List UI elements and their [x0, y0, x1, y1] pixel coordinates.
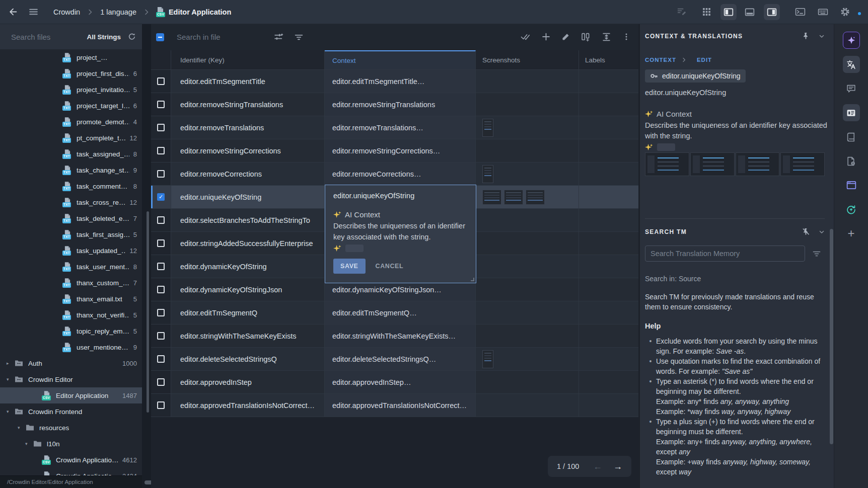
preview-window-tool-icon[interactable]	[843, 177, 860, 194]
file-tree-item[interactable]: TXT thanx_not_verifi… 5	[0, 307, 142, 323]
panel-right-toggle[interactable]	[764, 4, 780, 20]
screenshots-cell[interactable]	[476, 278, 579, 301]
screenshots-cell[interactable]	[476, 394, 579, 417]
edit-icon[interactable]	[561, 32, 570, 42]
table-vertical-scrollbar[interactable]	[147, 211, 149, 413]
file-tree-item[interactable]: ▾ Crowdin Editor	[0, 371, 142, 387]
row-checkbox[interactable]: ✓	[157, 286, 165, 293]
screenshot-thumbnail[interactable]	[690, 152, 735, 176]
filter-icon[interactable]	[294, 32, 304, 42]
table-row[interactable]: ✓ editor.removeStringCorrections editor.…	[151, 139, 638, 162]
identifier-cell[interactable]: editor.stringWithTheSameKeyExists	[171, 324, 325, 347]
screenshots-cell[interactable]	[476, 232, 579, 255]
identifier-cell[interactable]: editor.approvedTranslationIsNotCorrect…	[171, 394, 325, 417]
file-tree-item[interactable]: TXT thanx_email.txt 5	[0, 291, 142, 307]
context-cell[interactable]: editor.removeStringCorrections…	[325, 139, 476, 162]
table-row[interactable]: ✓ editor.editTmSegmentTitle editor.editT…	[151, 70, 638, 93]
approve-all-icon[interactable]	[521, 32, 531, 42]
table-row[interactable]: ✓ editor.removeTranslations editor.remov…	[151, 116, 638, 139]
next-page-icon[interactable]: →	[613, 461, 622, 472]
add-column-icon[interactable]	[581, 32, 591, 42]
row-checkbox[interactable]: ✓	[157, 263, 165, 270]
screenshots-cell[interactable]	[476, 209, 579, 231]
keyboard-shortcuts-icon[interactable]	[818, 7, 828, 17]
file-info-tool-icon[interactable]	[843, 152, 860, 170]
chevron-down-icon[interactable]	[819, 229, 825, 235]
search-in-file-input[interactable]: Search in file	[177, 33, 221, 41]
file-tree-item[interactable]: TXT task_assigned_… 8	[0, 146, 142, 162]
row-checkbox[interactable]: ✓	[157, 355, 165, 363]
row-checkbox[interactable]: ✓	[157, 147, 165, 154]
save-button[interactable]: SAVE	[333, 259, 366, 274]
screenshots-cell[interactable]	[476, 93, 579, 116]
file-tree-item[interactable]: TXT task_deleted_e… 7	[0, 210, 142, 226]
row-checkbox[interactable]: ✓	[157, 216, 165, 224]
strings-filter-dropdown[interactable]: All Strings	[87, 33, 121, 41]
table-row[interactable]: ✓ editor.approvedTranslationIsNotCorrect…	[151, 394, 638, 417]
screenshots-cell[interactable]	[476, 116, 579, 139]
breadcrumb-project[interactable]: Crowdin	[53, 8, 80, 16]
context-cell[interactable]: editor.deleteSelectedStringsQ…	[325, 348, 476, 370]
row-checkbox[interactable]: ✓	[157, 193, 165, 201]
back-icon[interactable]	[8, 7, 18, 17]
pin-icon[interactable]	[802, 32, 810, 40]
popup-ai-description[interactable]: Describes the uniqueness of an identifie…	[333, 220, 473, 242]
row-checkbox[interactable]: ✓	[157, 124, 165, 131]
column-header-screenshots[interactable]: Screenshots	[476, 50, 579, 69]
row-checkbox[interactable]: ✓	[157, 77, 165, 85]
tab-edit[interactable]: EDIT	[697, 57, 712, 63]
labels-cell[interactable]	[579, 232, 638, 255]
table-row[interactable]: ✓ editor.stringWithTheSameKeyExists edit…	[151, 324, 638, 348]
cancel-button[interactable]: CANCEL	[376, 263, 404, 270]
terminal-icon[interactable]	[795, 7, 806, 17]
identifier-cell[interactable]: editor.deleteSelectedStringsQ	[171, 348, 325, 370]
chevron-down-icon[interactable]	[819, 33, 825, 39]
context-cell[interactable]: editor.approvedTranslationIsNotCorrect…	[325, 394, 476, 417]
tree-expand-arrow[interactable]: ▸	[7, 361, 15, 366]
pin-off-icon[interactable]	[802, 228, 810, 235]
add-tool-icon[interactable]: +	[843, 225, 860, 242]
identifier-cell[interactable]: editor.dynamicKeyOfString	[171, 255, 325, 278]
file-tree-item[interactable]: TXT task_comment… 8	[0, 178, 142, 194]
context-cell[interactable]: editor.editTmSegmentQ…	[325, 301, 476, 324]
screenshot-thumbnail[interactable]	[504, 190, 523, 205]
file-tree-item[interactable]: TXT project_target_l… 6	[0, 98, 142, 114]
row-checkbox[interactable]: ✓	[157, 332, 165, 340]
screenshots-cell[interactable]	[476, 348, 579, 370]
glossary-tool-icon[interactable]	[843, 128, 860, 145]
screenshots-cell[interactable]	[476, 70, 579, 93]
screenshots-cell[interactable]	[476, 162, 579, 185]
tune-filters-icon[interactable]	[274, 32, 283, 42]
identifier-cell[interactable]: editor.removeTranslations	[171, 116, 325, 139]
labels-cell[interactable]	[579, 162, 638, 185]
identifier-cell[interactable]: editor.uniqueKeyOfString	[171, 186, 325, 208]
panel-bottom-toggle[interactable]	[745, 7, 755, 17]
file-tree-item[interactable]: TXT project_…	[0, 49, 142, 65]
file-tree-item[interactable]: TXT topic_reply_em… 5	[0, 323, 142, 339]
file-tree-item[interactable]: ▸ Auth 1000	[0, 355, 142, 371]
screenshots-cell[interactable]	[476, 255, 579, 278]
comments-tool-icon[interactable]	[843, 80, 860, 97]
context-cell[interactable]: editor.editTmSegmentTitle…	[325, 70, 476, 93]
file-tree-item[interactable]: CSV Crowdin Applicatio… 2424	[0, 468, 142, 475]
identifier-cell[interactable]: editor.approvedInStep	[171, 371, 325, 393]
row-checkbox[interactable]: ✓	[157, 170, 165, 178]
resize-handle[interactable]	[471, 278, 474, 281]
table-row[interactable]: ✓ editor.approvedInStep editor.approvedI…	[151, 371, 638, 394]
row-checkbox[interactable]: ✓	[157, 378, 165, 386]
identifier-cell[interactable]: editor.editTmSegmentQ	[171, 301, 325, 324]
string-key-chip[interactable]: editor.uniqueKeyOfString	[645, 69, 746, 83]
column-header-context[interactable]: Context	[325, 50, 476, 69]
table-row[interactable]: ✓ editor.editTmSegmentQ editor.editTmSeg…	[151, 301, 638, 324]
more-options-icon[interactable]	[622, 32, 630, 42]
screenshots-cell[interactable]	[476, 186, 579, 208]
labels-cell[interactable]	[579, 301, 638, 324]
screenshot-thumbnail[interactable]	[482, 350, 493, 368]
screenshot-thumbnail[interactable]	[482, 165, 493, 183]
file-tree-item[interactable]: ▾ Crowdin Frontend	[0, 403, 142, 420]
breadcrumb-language[interactable]: 1 language	[100, 8, 136, 16]
file-tree-item[interactable]: CSV Crowdin Applicatio… 4612	[0, 452, 142, 468]
file-tree-item[interactable]: TXT task_user_ment… 8	[0, 259, 142, 275]
labels-cell[interactable]	[579, 371, 638, 393]
identifier-cell[interactable]: editor.selectBranchesToAddTheStringTo	[171, 209, 325, 231]
